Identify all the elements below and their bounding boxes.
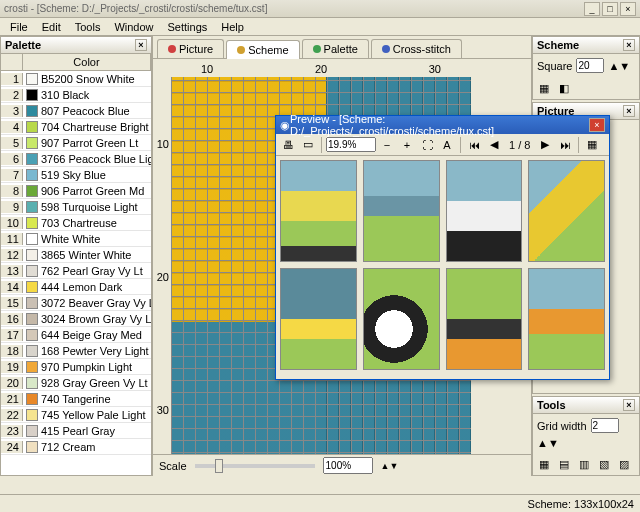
color-swatch bbox=[26, 73, 38, 85]
menu-edit[interactable]: Edit bbox=[36, 19, 67, 35]
color-row[interactable]: 24712 Cream bbox=[1, 439, 151, 455]
tools-close-icon[interactable]: × bbox=[623, 399, 635, 411]
color-row[interactable]: 13762 Pearl Gray Vy Lt bbox=[1, 263, 151, 279]
scheme-close-icon[interactable]: × bbox=[623, 39, 635, 51]
color-row[interactable]: 10703 Chartreuse bbox=[1, 215, 151, 231]
minimize-button[interactable]: _ bbox=[584, 2, 600, 16]
color-row[interactable]: 17644 Beige Gray Med bbox=[1, 327, 151, 343]
scale-slider[interactable] bbox=[195, 464, 315, 468]
tab-scheme[interactable]: Scheme bbox=[226, 40, 299, 59]
menu-window[interactable]: Window bbox=[108, 19, 159, 35]
color-row[interactable]: 163024 Brown Gray Vy Lt bbox=[1, 311, 151, 327]
page-setup-icon[interactable]: ▭ bbox=[299, 136, 317, 154]
color-row[interactable]: 8906 Parrot Green Md bbox=[1, 183, 151, 199]
color-swatch bbox=[26, 281, 38, 293]
grid-icon[interactable]: ▥ bbox=[575, 455, 593, 473]
tab-cross-stitch[interactable]: Cross-stitch bbox=[371, 39, 462, 58]
color-swatch bbox=[26, 169, 38, 181]
color-name: B5200 Snow White bbox=[41, 73, 151, 85]
preview-page[interactable] bbox=[280, 268, 357, 370]
menu-file[interactable]: File bbox=[4, 19, 34, 35]
color-name: 3072 Beaver Gray Vy Lt bbox=[41, 297, 151, 309]
color-name: White White bbox=[41, 233, 151, 245]
color-row[interactable]: 11White White bbox=[1, 231, 151, 247]
tab-dot-icon bbox=[382, 45, 390, 53]
preview-page[interactable] bbox=[528, 268, 605, 370]
preview-page[interactable] bbox=[446, 268, 523, 370]
print-icon[interactable]: 🖶 bbox=[279, 136, 297, 154]
color-name: 704 Chartreuse Bright bbox=[41, 121, 151, 133]
menu-help[interactable]: Help bbox=[215, 19, 250, 35]
color-name: 740 Tangerine bbox=[41, 393, 151, 405]
tool-icon[interactable]: ▦ bbox=[535, 79, 553, 97]
text-icon[interactable]: A bbox=[438, 136, 456, 154]
maximize-button[interactable]: □ bbox=[602, 2, 618, 16]
zoom-in-icon[interactable]: + bbox=[398, 136, 416, 154]
grid-icon[interactable]: ▨ bbox=[615, 455, 633, 473]
color-swatch bbox=[26, 233, 38, 245]
color-name: 906 Parrot Green Md bbox=[41, 185, 151, 197]
grid-icon[interactable]: ▤ bbox=[555, 455, 573, 473]
preview-close-button[interactable]: × bbox=[589, 118, 605, 132]
tool-icon[interactable]: ◧ bbox=[555, 79, 573, 97]
page-indicator: 1 / 8 bbox=[505, 139, 534, 151]
preview-page[interactable] bbox=[446, 160, 523, 262]
tab-dot-icon bbox=[168, 45, 176, 53]
preview-title: Preview - [Scheme: D:/_Projects/_crosti/… bbox=[290, 113, 589, 137]
tab-picture[interactable]: Picture bbox=[157, 39, 224, 58]
menu-settings[interactable]: Settings bbox=[162, 19, 214, 35]
color-name: 444 Lemon Dark bbox=[41, 281, 151, 293]
grid-width-input[interactable] bbox=[591, 418, 619, 433]
color-row[interactable]: 18168 Pewter Very Light bbox=[1, 343, 151, 359]
fit-icon[interactable]: ⛶ bbox=[418, 136, 436, 154]
color-row[interactable]: 23415 Pearl Gray bbox=[1, 423, 151, 439]
color-name: 907 Parrot Green Lt bbox=[41, 137, 151, 149]
color-swatch bbox=[26, 425, 38, 437]
close-button[interactable]: × bbox=[620, 2, 636, 16]
color-row[interactable]: 22745 Yellow Pale Light bbox=[1, 407, 151, 423]
zoom-input[interactable] bbox=[326, 137, 376, 152]
color-row[interactable]: 153072 Beaver Gray Vy Lt bbox=[1, 295, 151, 311]
scale-input[interactable] bbox=[323, 457, 373, 474]
prev-page-icon[interactable]: ◀ bbox=[485, 136, 503, 154]
first-page-icon[interactable]: ⏮ bbox=[465, 136, 483, 154]
next-page-icon[interactable]: ▶ bbox=[536, 136, 554, 154]
palette-close-icon[interactable]: × bbox=[135, 39, 147, 51]
color-row[interactable]: 2310 Black bbox=[1, 87, 151, 103]
last-page-icon[interactable]: ⏭ bbox=[556, 136, 574, 154]
color-row[interactable]: 9598 Turquoise Light bbox=[1, 199, 151, 215]
zoom-out-icon[interactable]: − bbox=[378, 136, 396, 154]
preview-page[interactable] bbox=[363, 160, 440, 262]
color-swatch bbox=[26, 201, 38, 213]
picture-close-icon[interactable]: × bbox=[623, 105, 635, 117]
color-row[interactable]: 21740 Tangerine bbox=[1, 391, 151, 407]
color-name: 3865 Winter White bbox=[41, 249, 151, 261]
preview-page[interactable] bbox=[363, 268, 440, 370]
preview-page[interactable] bbox=[280, 160, 357, 262]
grid-icon[interactable]: ▧ bbox=[595, 455, 613, 473]
color-swatch bbox=[26, 393, 38, 405]
color-swatch bbox=[26, 313, 38, 325]
color-row[interactable]: 63766 Peacock Blue Light bbox=[1, 151, 151, 167]
square-input[interactable] bbox=[576, 58, 604, 73]
color-swatch bbox=[26, 121, 38, 133]
color-row[interactable]: 19970 Pumpkin Light bbox=[1, 359, 151, 375]
preview-page[interactable] bbox=[528, 160, 605, 262]
color-name: 598 Turquoise Light bbox=[41, 201, 151, 213]
color-row[interactable]: 4704 Chartreuse Bright bbox=[1, 119, 151, 135]
preview-window[interactable]: ◉ Preview - [Scheme: D:/_Projects/_crost… bbox=[275, 115, 610, 380]
color-row[interactable]: 123865 Winter White bbox=[1, 247, 151, 263]
color-swatch bbox=[26, 265, 38, 277]
menu-tools[interactable]: Tools bbox=[69, 19, 107, 35]
color-name: 703 Chartreuse bbox=[41, 217, 151, 229]
multipage-icon[interactable]: ▦ bbox=[583, 136, 601, 154]
color-row[interactable]: 7519 Sky Blue bbox=[1, 167, 151, 183]
color-row[interactable]: 1B5200 Snow White bbox=[1, 71, 151, 87]
color-row[interactable]: 14444 Lemon Dark bbox=[1, 279, 151, 295]
color-row[interactable]: 20928 Gray Green Vy Lt bbox=[1, 375, 151, 391]
tab-palette[interactable]: Palette bbox=[302, 39, 369, 58]
color-row[interactable]: 3807 Peacock Blue bbox=[1, 103, 151, 119]
grid-width-label: Grid width bbox=[537, 420, 587, 432]
color-row[interactable]: 5907 Parrot Green Lt bbox=[1, 135, 151, 151]
grid-icon[interactable]: ▦ bbox=[535, 455, 553, 473]
